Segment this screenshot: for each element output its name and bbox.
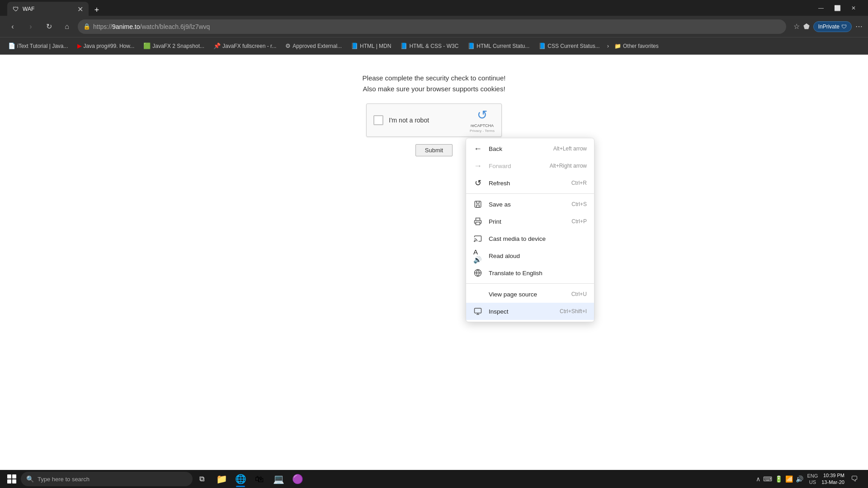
bookmark-javafx-fullscreen[interactable]: 📌 JavaFX fullscreen - r... <box>210 41 280 51</box>
svg-rect-1 <box>476 205 479 207</box>
close-button[interactable]: ✕ <box>846 1 861 15</box>
context-menu-print[interactable]: Print Ctrl+P <box>466 213 594 230</box>
language-indicator: ENG US <box>807 473 818 486</box>
taskbar-date-display: 13-Mar-20 <box>821 479 844 486</box>
bookmark-favicon-7: 📘 <box>467 42 475 49</box>
taskbar-app-store[interactable]: 🛍 <box>250 470 269 488</box>
tray-volume-icon[interactable]: 🔊 <box>796 475 803 483</box>
refresh-button[interactable]: ↻ <box>42 19 56 34</box>
inspect-shortcut: Ctrl+Shift+I <box>560 308 587 314</box>
bookmark-label-6: HTML & CSS - W3C <box>409 43 458 49</box>
bookmark-favicon-2: 🟩 <box>143 42 151 49</box>
taskbar: 🔍 Type here to search ⧉ 📁 🌐 🛍 💻 🟣 ∧ ⌨ 🔋 … <box>0 470 868 488</box>
taskbar-app-6[interactable]: 🟣 <box>288 470 307 488</box>
context-menu-back[interactable]: ← Back Alt+Left arrow <box>466 140 594 157</box>
save-as-shortcut: Ctrl+S <box>571 201 587 207</box>
bookmark-other-favorites[interactable]: 📁 Other favorites <box>611 41 662 51</box>
taskbar-app-edge[interactable]: 🌐 <box>231 470 250 488</box>
inprivate-button[interactable]: InPrivate 🛡 <box>813 21 852 32</box>
taskbar-app-vscode[interactable]: 💻 <box>269 470 288 488</box>
windows-logo <box>7 474 16 483</box>
lang-region: US <box>807 479 818 485</box>
bookmark-label-8: CSS Current Status... <box>547 43 599 49</box>
forward-icon: → <box>473 161 482 170</box>
recaptcha-brand-label: reCAPTCHA <box>471 123 494 128</box>
bookmark-html-css-w3c[interactable]: 📘 HTML & CSS - W3C <box>396 41 462 51</box>
bookmark-approved-external[interactable]: ⚙ Approved External... <box>282 41 345 51</box>
context-menu-inspect[interactable]: Inspect Ctrl+Shift+I <box>466 303 594 320</box>
context-menu-save-as[interactable]: Save as Ctrl+S <box>466 196 594 213</box>
captcha-checkbox[interactable] <box>373 115 383 125</box>
taskbar-app-explorer[interactable]: 📁 <box>212 470 231 488</box>
menu-divider-1 <box>466 193 594 194</box>
context-menu-refresh[interactable]: ↺ Refresh Ctrl+R <box>466 174 594 192</box>
url-display: https://9anime.to/watch/bleach.6j9/lz7wv… <box>93 23 210 30</box>
back-label: Back <box>489 145 547 152</box>
taskbar-search-text: Type here to search <box>38 476 90 483</box>
bookmark-css-current[interactable]: 📘 CSS Current Status... <box>535 41 603 51</box>
bookmark-favicon-4: ⚙ <box>285 42 291 49</box>
read-aloud-label: Read aloud <box>489 253 580 259</box>
svg-point-3 <box>474 241 475 242</box>
tray-battery-icon[interactable]: 🔋 <box>775 475 783 483</box>
taskbar-search-icon: 🔍 <box>26 475 34 483</box>
svg-rect-2 <box>476 222 480 225</box>
inprivate-label: InPrivate <box>818 23 840 30</box>
save-as-label: Save as <box>489 201 565 208</box>
context-menu-view-source[interactable]: View page source Ctrl+U <box>466 286 594 303</box>
tab-bar: 🛡 WAF ✕ + <box>4 0 814 17</box>
active-tab[interactable]: 🛡 WAF ✕ <box>7 2 89 17</box>
forward-button[interactable]: › <box>24 19 38 34</box>
bookmark-html-mdn[interactable]: 📘 HTML | MDN <box>347 41 395 51</box>
url-path: /watch/bleach.6j9/lz7wvq <box>140 23 210 30</box>
new-tab-button[interactable]: + <box>90 4 103 17</box>
collections-icon[interactable]: ⬟ <box>803 22 810 31</box>
tray-up-arrow[interactable]: ∧ <box>756 475 760 483</box>
back-button[interactable]: ‹ <box>5 19 20 34</box>
tab-close-button[interactable]: ✕ <box>77 5 83 14</box>
title-bar: 🛡 WAF ✕ + — ⬜ ✕ <box>0 0 868 16</box>
taskbar-search[interactable]: 🔍 Type here to search <box>21 472 193 486</box>
url-bar[interactable]: 🔒 https://9anime.to/watch/bleach.6j9/lz7… <box>78 19 786 34</box>
settings-menu-icon[interactable]: ⋯ <box>855 22 863 31</box>
tray-keyboard-icon[interactable]: ⌨ <box>763 475 772 483</box>
start-button[interactable] <box>4 471 20 487</box>
bookmark-favicon-3: 📌 <box>213 42 221 49</box>
tab-title: WAF <box>23 6 74 12</box>
view-source-icon <box>473 290 482 299</box>
bookmark-label-0: iText Tutorial | Java... <box>17 43 68 49</box>
translate-icon <box>473 268 482 277</box>
recaptcha-icon: ↺ <box>477 108 487 122</box>
view-source-shortcut: Ctrl+U <box>571 291 587 297</box>
context-menu-forward: → Forward Alt+Right arrow <box>466 157 594 174</box>
bookmarks-overflow-button[interactable]: › <box>607 42 609 49</box>
bookmark-label-5: HTML | MDN <box>360 43 391 49</box>
svg-rect-6 <box>475 308 481 313</box>
context-menu-translate[interactable]: Translate to English <box>466 264 594 282</box>
maximize-button[interactable]: ⬜ <box>830 1 844 15</box>
bookmarks-bar: 📄 iText Tutorial | Java... ▶ Java prog#9… <box>0 38 868 55</box>
print-label: Print <box>489 218 565 225</box>
tray-wifi-icon[interactable]: 📶 <box>785 475 793 483</box>
svg-rect-0 <box>475 201 481 207</box>
bookmark-folder-label: Other favorites <box>623 43 659 49</box>
taskbar-datetime[interactable]: 10:39 PM 13-Mar-20 <box>821 472 844 486</box>
bookmark-itext[interactable]: 📄 iText Tutorial | Java... <box>5 41 72 51</box>
bookmark-java[interactable]: ▶ Java prog#99. How... <box>74 41 138 51</box>
minimize-button[interactable]: — <box>814 1 828 15</box>
notification-center-button[interactable]: 🗨 <box>848 473 861 485</box>
refresh-label: Refresh <box>489 180 565 187</box>
favorites-icon[interactable]: ☆ <box>793 22 800 31</box>
context-menu-cast[interactable]: Cast media to device <box>466 230 594 247</box>
bookmark-label-4: Approved External... <box>292 43 342 49</box>
back-icon: ← <box>473 144 482 153</box>
home-button[interactable]: ⌂ <box>60 19 74 34</box>
context-menu-read-aloud[interactable]: A🔊 Read aloud <box>466 247 594 264</box>
bookmark-html-current[interactable]: 📘 HTML Current Statu... <box>464 41 533 51</box>
bookmark-javafx-snapshot[interactable]: 🟩 JavaFX 2 Snapshot... <box>140 41 208 51</box>
security-message: Please complete the security check to co… <box>363 73 506 94</box>
submit-button[interactable]: Submit <box>415 144 453 156</box>
bookmark-favicon-0: 📄 <box>8 42 15 49</box>
url-domain: 9anime.to <box>112 23 140 30</box>
task-view-button[interactable]: ⧉ <box>193 471 210 487</box>
